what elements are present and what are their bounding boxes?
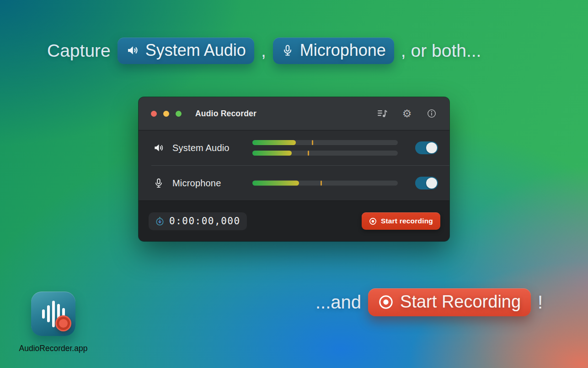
window-title: Audio Recorder bbox=[195, 109, 257, 119]
recordings-list-button[interactable] bbox=[377, 108, 388, 119]
record-icon bbox=[378, 294, 394, 310]
microphone-meters bbox=[252, 181, 398, 186]
microphone-icon bbox=[152, 177, 165, 189]
level-meter bbox=[252, 140, 398, 145]
toggle-knob bbox=[426, 178, 437, 189]
microphone-toggle[interactable] bbox=[415, 177, 438, 189]
row-system-audio: System Audio bbox=[139, 130, 449, 165]
stopwatch-icon bbox=[155, 216, 165, 226]
meter-peak bbox=[308, 151, 309, 156]
headline: Capture System Audio , Micro bbox=[47, 38, 481, 64]
app-icon-label: AudioRecorder.app bbox=[19, 344, 88, 353]
timer-value: 0:00:00,000 bbox=[169, 216, 241, 227]
start-recording-badge: Start Recording bbox=[368, 288, 531, 316]
footer-line: ...and Start Recording ! bbox=[315, 288, 543, 316]
start-recording-button[interactable]: Start recording bbox=[362, 212, 440, 230]
desktop-icon-group: AudioRecorder.app bbox=[31, 292, 75, 336]
app-icon[interactable] bbox=[31, 292, 75, 336]
titlebar: Audio Recorder ⚙ bbox=[139, 97, 449, 130]
headline-capture-text: Capture bbox=[47, 41, 111, 61]
toggle-knob bbox=[426, 142, 437, 153]
row-label: System Audio bbox=[172, 143, 230, 153]
toolbar-icons: ⚙ bbox=[377, 108, 437, 119]
music-list-icon bbox=[377, 109, 388, 118]
speaker-icon bbox=[126, 43, 139, 57]
timer-pill: 0:00:00,000 bbox=[149, 212, 247, 230]
footer-and-text: ...and bbox=[315, 292, 361, 313]
info-button[interactable] bbox=[426, 108, 437, 119]
record-icon bbox=[369, 217, 377, 225]
bottom-bar: 0:00:00,000 Start recording bbox=[139, 200, 449, 241]
start-recording-label: Start recording bbox=[381, 217, 433, 225]
meter-peak bbox=[312, 140, 313, 145]
promo-page: Capture System Audio , Micro bbox=[0, 0, 588, 368]
settings-button[interactable]: ⚙ bbox=[401, 108, 412, 119]
gear-icon: ⚙ bbox=[402, 108, 412, 119]
footer-exclamation-text: ! bbox=[538, 292, 543, 313]
traffic-lights bbox=[151, 111, 182, 117]
meter-peak bbox=[321, 181, 322, 186]
system-audio-badge-label: System Audio bbox=[145, 41, 246, 60]
waveform-icon bbox=[31, 292, 75, 336]
level-meter bbox=[252, 151, 398, 156]
start-recording-badge-label: Start Recording bbox=[400, 292, 521, 312]
headline-or-both-text: , or both... bbox=[401, 41, 481, 61]
meter-fill bbox=[252, 151, 292, 156]
microphone-badge: Microphone bbox=[273, 38, 394, 64]
minimize-button[interactable] bbox=[163, 111, 169, 117]
meter-fill bbox=[252, 181, 299, 186]
record-dot-icon bbox=[55, 315, 71, 331]
info-icon bbox=[426, 108, 437, 119]
row-label: Microphone bbox=[172, 178, 221, 189]
audio-recorder-window: Audio Recorder ⚙ bbox=[139, 97, 449, 241]
meter-fill bbox=[252, 140, 296, 145]
headline-comma-text: , bbox=[261, 41, 266, 61]
system-audio-toggle[interactable] bbox=[415, 141, 438, 154]
microphone-badge-label: Microphone bbox=[300, 41, 386, 60]
system-audio-badge: System Audio bbox=[118, 38, 254, 64]
row-microphone: Microphone bbox=[139, 166, 449, 200]
system-audio-meters bbox=[252, 140, 398, 156]
level-meter bbox=[252, 181, 398, 186]
speaker-icon bbox=[152, 142, 165, 154]
zoom-button[interactable] bbox=[176, 111, 182, 117]
close-button[interactable] bbox=[151, 111, 157, 117]
microphone-icon bbox=[281, 43, 294, 57]
